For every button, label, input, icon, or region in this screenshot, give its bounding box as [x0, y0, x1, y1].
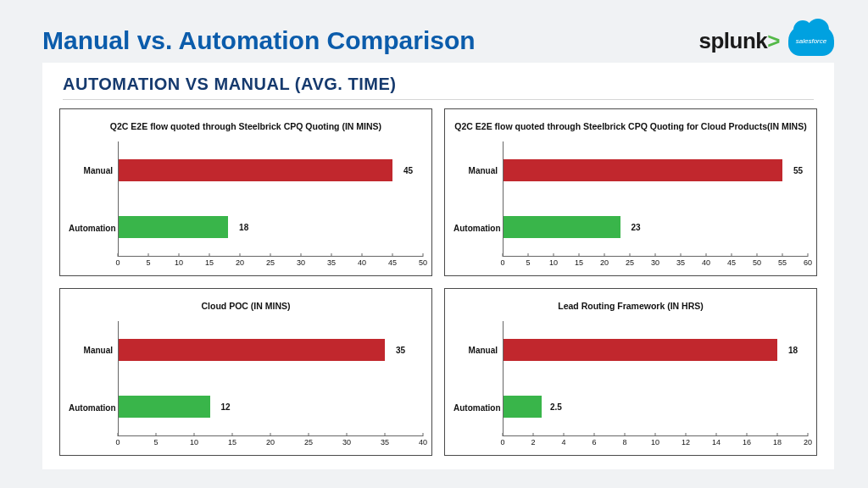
tick-mark: [209, 253, 210, 257]
tick-mark: [808, 253, 809, 257]
splunk-text: splunk: [699, 28, 768, 53]
category-label: Automation: [69, 403, 118, 413]
bar-value-label: 45: [403, 165, 413, 175]
x-tick-label: 0: [115, 258, 120, 267]
slide-root: Manual vs. Automation Comparison splunk>…: [0, 0, 868, 488]
x-tick-label: 40: [702, 258, 710, 267]
chart-panel-0: Q2C E2E flow quoted through Steelbrick C…: [59, 108, 432, 276]
x-tick-label: 30: [651, 258, 659, 267]
bar-value-label: 23: [631, 223, 640, 232]
tick-mark: [232, 433, 233, 436]
chart-panel-2: Cloud POC (IN MINS)ManualAutomation35120…: [59, 288, 432, 456]
x-tick-label: 25: [304, 438, 313, 446]
tick-mark: [564, 433, 565, 436]
tick-mark: [240, 253, 241, 257]
manual-bar: 45: [119, 159, 392, 181]
logo-group: splunk> salesforce: [699, 25, 834, 56]
salesforce-text: salesforce: [796, 37, 826, 45]
x-tick-label: 18: [773, 438, 782, 446]
tick-mark: [503, 253, 504, 257]
tick-mark: [347, 433, 348, 436]
tick-mark: [782, 253, 783, 257]
tick-mark: [301, 253, 302, 257]
plot-area: 182.5: [503, 321, 808, 436]
bar-value-label: 18: [239, 223, 248, 232]
x-tick-label: 2: [531, 438, 535, 446]
automation-bar: 23: [504, 216, 620, 238]
tick-mark: [270, 433, 271, 436]
category-label: Manual: [453, 166, 503, 175]
x-tick-label: 20: [600, 258, 609, 267]
chart-title: Q2C E2E flow quoted through Steelbrick C…: [453, 116, 808, 136]
tick-mark: [270, 253, 271, 257]
tick-mark: [118, 433, 119, 436]
x-tick-label: 5: [526, 258, 530, 267]
bar-value-label: 12: [221, 402, 231, 412]
plot-area: 5523: [503, 141, 808, 257]
tick-mark: [655, 253, 656, 257]
automation-bar: 2.5: [504, 396, 542, 418]
x-tick-label: 15: [575, 258, 583, 267]
chart-area: ManualAutomation35120510152025303540: [69, 321, 423, 452]
x-axis: 05101520253035404550: [118, 257, 423, 272]
bar-row: 55: [504, 141, 808, 199]
tick-mark: [385, 433, 386, 436]
x-tick-label: 35: [381, 438, 389, 446]
category-label: Manual: [69, 166, 118, 175]
x-axis: 02468101214161820: [503, 436, 808, 452]
tick-mark: [503, 433, 504, 436]
chart-panel-1: Q2C E2E flow quoted through Steelbrick C…: [444, 108, 817, 276]
tick-mark: [118, 253, 119, 257]
tick-mark: [706, 253, 707, 257]
x-tick-label: 10: [190, 438, 198, 446]
bar-row: 2.5: [504, 379, 808, 436]
tick-mark: [604, 253, 605, 257]
y-axis-labels: ManualAutomation: [453, 321, 503, 452]
content-card: AUTOMATION VS MANUAL (AVG. TIME) Q2C E2E…: [42, 63, 834, 469]
x-tick-label: 0: [500, 438, 504, 446]
plot-area: 4518: [118, 141, 423, 257]
x-tick-label: 45: [727, 258, 736, 267]
tick-mark: [777, 433, 778, 436]
tick-mark: [625, 433, 626, 436]
tick-mark: [808, 433, 809, 436]
x-tick-label: 25: [626, 258, 634, 267]
x-tick-label: 60: [804, 258, 812, 267]
x-tick-label: 12: [682, 438, 690, 446]
chart-title: Lead Routing Framework (IN HRS): [453, 296, 808, 316]
tick-mark: [681, 253, 682, 257]
tick-mark: [686, 433, 687, 436]
x-tick-label: 50: [419, 258, 427, 267]
bar-row: 45: [119, 141, 423, 199]
y-axis-labels: ManualAutomation: [69, 321, 118, 452]
tick-mark: [757, 253, 758, 257]
tick-mark: [156, 433, 157, 436]
x-tick-label: 15: [228, 438, 236, 446]
chart-area: ManualAutomation451805101520253035404550: [69, 141, 423, 272]
bar-value-label: 55: [793, 165, 803, 175]
y-axis-labels: ManualAutomation: [453, 141, 503, 272]
bar-row: 12: [119, 379, 423, 436]
x-tick-label: 35: [327, 258, 336, 267]
x-tick-label: 10: [175, 258, 183, 267]
x-tick-label: 6: [592, 438, 596, 446]
x-tick-label: 50: [753, 258, 761, 267]
x-tick-label: 40: [419, 438, 427, 446]
tick-mark: [747, 433, 748, 436]
x-tick-label: 16: [743, 438, 751, 446]
x-tick-label: 20: [266, 438, 275, 446]
page-title: Manual vs. Automation Comparison: [42, 26, 476, 55]
tick-mark: [331, 253, 332, 257]
category-label: Manual: [69, 346, 118, 355]
manual-bar: 35: [119, 339, 385, 361]
x-tick-label: 55: [778, 258, 787, 267]
x-tick-label: 20: [236, 258, 244, 267]
tick-mark: [716, 433, 717, 436]
x-tick-label: 30: [297, 258, 305, 267]
x-axis: 0510152025303540: [118, 436, 423, 452]
salesforce-logo-icon: salesforce: [788, 25, 834, 56]
category-label: Manual: [453, 346, 503, 355]
chart-title: Cloud POC (IN MINS): [69, 296, 423, 316]
section-title: AUTOMATION VS MANUAL (AVG. TIME): [63, 75, 817, 94]
x-tick-label: 40: [358, 258, 366, 267]
